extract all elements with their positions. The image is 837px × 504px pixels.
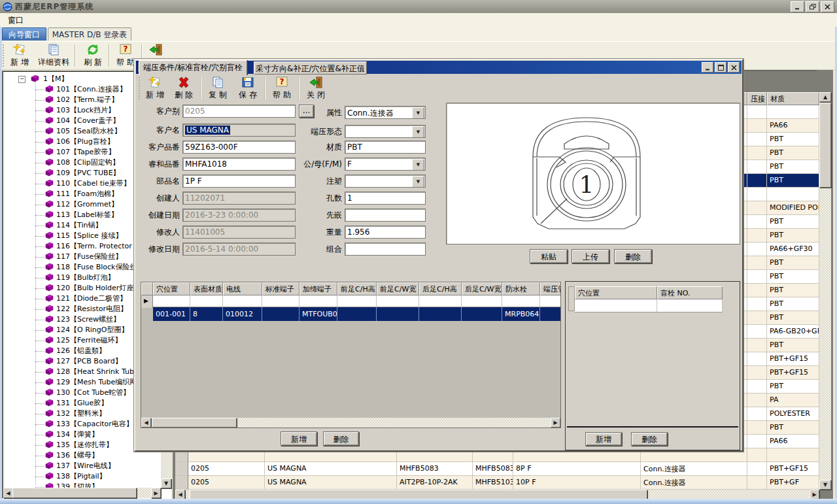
grid-cell[interactable]: PBT+GF15 [767,352,819,366]
field-公/母(F/M)[interactable]: F▼ [345,158,426,171]
grid-cell[interactable]: PA66 [767,435,819,448]
crimp-header-表面材质[interactable]: 表面材质 [190,282,223,295]
grid-cell[interactable]: PBT [767,229,819,243]
grid-cell[interactable] [747,462,767,476]
dialog-new-button[interactable]: 新 增 [141,75,169,102]
crimp-cell[interactable] [540,307,561,321]
grid-cell[interactable] [767,105,819,119]
grid-cell[interactable] [747,352,767,366]
grid-cell[interactable] [747,380,767,394]
grid-cell[interactable]: PBT [767,284,819,297]
tree-horizontal-scrollbar[interactable]: ◀▶ [3,488,161,498]
grid-cell[interactable]: AIT2PB-10P-2AK [397,476,473,490]
tree-item-138[interactable]: 138【Pigtail】 [3,471,161,482]
crimp-horizontal-scrollbar[interactable]: ◀▶ [141,418,560,428]
tree-item-136[interactable]: 136【螺母】 [3,450,161,461]
close-button[interactable] [821,1,834,12]
crimp-filter-cell[interactable] [262,295,299,307]
tab-master-db[interactable]: MASTER D/B 登录表 [48,27,131,41]
scroll-down-icon[interactable]: ▼ [819,480,831,490]
scroll-right-icon[interactable]: ▶ [810,490,819,499]
crimp-filter-cell[interactable] [153,295,190,307]
grid-cell[interactable] [747,270,767,284]
tab-crimp-conditions[interactable]: 端压条件/标准盲栓/穴别盲栓 [139,60,247,75]
dialog-help-button[interactable]: ?帮 助 [268,75,296,102]
grid-cell[interactable]: PBT [767,270,819,284]
field-组合[interactable] [345,243,426,256]
plug-delete-button[interactable]: 删除 [631,432,668,446]
plug-grid-empty-cell[interactable] [657,299,723,312]
grid-header-压接[interactable]: 压接 [747,92,767,105]
records-hscroll-thumb[interactable] [190,490,647,499]
crimp-header-电线[interactable]: 电线 [223,282,262,295]
grid-cell[interactable] [747,297,767,311]
crimp-header-防水栓[interactable]: 防水栓 [502,282,540,295]
crimp-cell[interactable] [462,307,502,321]
grid-cell[interactable] [747,311,767,325]
scroll-right-icon[interactable]: ▶ [551,418,560,428]
dialog-delete-button[interactable]: 删 除 [170,75,197,102]
upload-button[interactable]: 上传 [572,249,609,263]
crimp-filter-cell[interactable] [462,295,502,307]
field-属性[interactable]: Conn.连接器▼ [345,106,426,119]
grid-cell[interactable]: PBT+GF [767,476,819,490]
scroll-left-icon[interactable]: ◀ [3,488,13,498]
grid-cell[interactable] [747,476,767,490]
toolbar-new-button[interactable]: 新 增 [5,42,34,69]
chevron-down-icon[interactable]: ▼ [412,107,424,119]
tab-wizard-window[interactable]: 向导窗口 [2,27,46,41]
grid-cell[interactable] [747,407,767,421]
grid-cell[interactable] [747,229,767,243]
grid-cell[interactable]: MHFB5083 [397,462,473,476]
scroll-up-icon[interactable]: ▲ [819,92,831,102]
crimp-cell[interactable]: 8 [190,307,223,321]
menu-item-window[interactable]: 窗口 [8,15,24,26]
image-delete-button[interactable]: 删除 [614,249,652,263]
field-注塑[interactable]: ▼ [345,175,426,188]
dialog-copy-button[interactable]: 复 制 [204,75,231,102]
crimp-cell[interactable] [337,307,377,321]
plug-grid-header-hole[interactable]: 穴位置 [575,286,657,299]
grid-cell[interactable] [747,146,767,160]
grid-cell[interactable]: 8P F [513,462,641,476]
grid-cell[interactable]: MODIFIED POLYS [767,201,819,215]
grid-cell[interactable] [747,105,767,119]
records-horizontal-scrollbar[interactable]: ◀▶ [175,490,819,499]
grid-cell[interactable]: PBT [767,297,819,311]
grid-cell[interactable] [747,174,767,188]
grid-cell[interactable]: PBT+GF15 [767,366,819,380]
grid-cell[interactable] [747,215,767,229]
field-先嵌[interactable] [345,209,426,222]
restore-button[interactable] [806,1,819,12]
grid-cell[interactable]: MHFB5083 [473,462,513,476]
field-端压形态[interactable]: ▼ [345,125,426,138]
grid-cell[interactable]: PBT [767,215,819,229]
grid-cell[interactable] [747,448,767,462]
grid-cell[interactable]: PBT [767,174,819,188]
grid-cell[interactable]: MHFB5103 [473,476,513,490]
crimp-header-标准端子[interactable]: 标准端子 [262,282,299,295]
dialog-minimize-button[interactable] [702,62,713,73]
grid-cell[interactable] [747,160,767,174]
tree-hscroll-thumb[interactable] [12,488,137,498]
scroll-left-icon[interactable]: ◀ [175,490,185,499]
crimp-header-前足C/W宽[interactable]: 前足C/W宽 [377,282,419,295]
grid-cell[interactable]: PBT [767,146,819,160]
grid-cell[interactable]: PBT [767,421,819,435]
tree-item-137[interactable]: 137【Wire电线】 [3,461,161,471]
grid-cell[interactable]: PBT [767,380,819,394]
grid-cell[interactable] [747,201,767,215]
grid-cell[interactable]: PA6-GB20+GF10 [767,325,819,339]
toolbar-details-button[interactable]: 详细资料 [34,42,73,69]
grid-cell[interactable]: Conn.连接器 [641,462,747,476]
grid-cell[interactable]: PBT [767,160,819,174]
crimp-hscroll-thumb[interactable] [152,418,237,428]
grid-cell[interactable] [747,394,767,407]
crimp-filter-cell[interactable] [377,295,419,307]
scroll-down-icon[interactable]: ▼ [161,479,171,488]
field-重量[interactable]: 1.956 [345,226,426,239]
grid-cell[interactable] [747,256,767,270]
grid-cell[interactable]: PBT [767,311,819,325]
crimp-header-加缔端子[interactable]: 加缔端子 [299,282,337,295]
grid-cell[interactable]: PA66 [767,119,819,133]
